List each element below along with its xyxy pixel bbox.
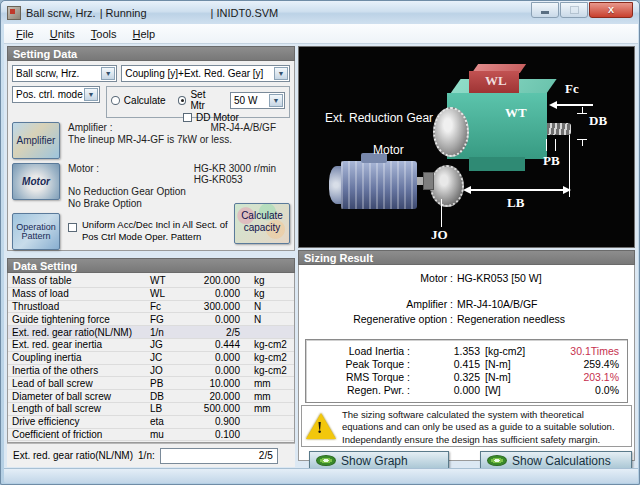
motor-note-gear: No Reduction Gear Option — [68, 186, 290, 197]
motor-selection-groupbox: Calculate Set Mtr 50 W ▼ DD Motor — [106, 86, 290, 118]
amplifier-note: The lineup MR-J4-GF is 7kW or less. — [68, 134, 290, 145]
operation-pattern-button[interactable]: Operation Pattern — [12, 213, 60, 250]
mechanism-select[interactable]: Ball scrw, Hrz. ▼ — [12, 65, 117, 82]
maximize-icon — [570, 6, 579, 14]
table-row[interactable]: Guide tightening forceFG0.000N — [8, 313, 294, 326]
set-mtr-radio-label: Set Mtr — [190, 89, 222, 111]
pb-label: PB — [543, 153, 560, 169]
mechanism-diagram: WL WT Ext. Reduction Gear Motor Fc DB PB — [298, 46, 635, 248]
app-icon — [7, 6, 21, 20]
dd-motor-label: DD Motor — [196, 112, 239, 123]
table-row[interactable]: Ext. red. gear ratio(NL/NM)1/n2/5 — [8, 326, 294, 339]
ext-gear-label: Ext. Reduction Gear — [325, 111, 433, 125]
table-row[interactable]: Mass of loadWL0.000kg — [8, 288, 294, 301]
result-motor-label: Motor : — [305, 272, 453, 284]
uniform-accdec-label: Uniform Acc/Dec Incl in All Sect. of Pos… — [82, 219, 236, 243]
amplifier-value: MR-J4-A/B/GF — [210, 122, 276, 133]
amplifier-button[interactable]: Amplifier — [12, 122, 60, 159]
warning-text: The sizing software calculated the syste… — [342, 409, 615, 443]
chevron-down-icon[interactable]: ▼ — [84, 88, 98, 101]
table-row[interactable]: Inertia of the othersJO0.000kg-cm2 — [8, 365, 294, 378]
menu-item-file[interactable]: File — [8, 26, 42, 42]
jo-label: JO — [431, 227, 448, 243]
metric-row: RMS Torque :0.325[N-m]203.1% — [314, 370, 619, 383]
control-mode-select[interactable]: Pos. ctrl. mode ▼ — [12, 86, 100, 103]
result-motor-value: HG-KR053 [50 W] — [457, 272, 542, 284]
warning-icon — [306, 413, 336, 440]
motor-button[interactable]: Motor — [12, 163, 60, 200]
calculate-capacity-button[interactable]: Calculate capacity — [234, 203, 290, 244]
maximize-button[interactable] — [560, 2, 588, 18]
metric-row: Load Inertia :1.353[kg-cm2]30.1Times — [314, 344, 619, 357]
minimize-icon — [541, 11, 549, 14]
menu-item-help[interactable]: Help — [125, 26, 164, 42]
metric-row: Peak Torque :0.415[N-m]259.4% — [314, 357, 619, 370]
motor-label-diagram: Motor — [373, 143, 404, 157]
result-regen-value: Regeneration needless — [457, 313, 565, 325]
chevron-down-icon[interactable]: ▼ — [101, 67, 115, 80]
app-window: Ball scrw, Hrz. | Running | INIDT0.SVM X… — [0, 0, 640, 485]
editor-symbol: 1/n: — [138, 450, 155, 461]
menu-item-tools[interactable]: Tools — [83, 26, 125, 42]
result-amplifier-value: MR-J4-10A/B/GF — [457, 298, 538, 310]
window-title: Ball scrw, Hrz. | Running | INIDT0.SVM — [26, 7, 278, 19]
wt-label: WT — [505, 105, 527, 121]
reduction-gear-graphic — [433, 107, 469, 157]
gear-ratio-editor-row: Ext. red. gear ratio(NL/NM) 1/n: — [7, 443, 295, 467]
menu-item-units[interactable]: Units — [42, 26, 83, 42]
gear-ratio-input[interactable] — [160, 448, 278, 464]
result-amplifier-label: Amplifier : — [305, 298, 453, 310]
minimize-button[interactable] — [531, 2, 559, 18]
title-bar[interactable]: Ball scrw, Hrz. | Running | INIDT0.SVM X — [1, 1, 639, 24]
table-row[interactable]: Diameter of ball screwDB20.000mm — [8, 390, 294, 403]
calculate-radio[interactable] — [111, 96, 120, 105]
title-status: | Running — [100, 7, 147, 19]
fc-label: Fc — [565, 81, 579, 97]
setting-data-header: Setting Data — [7, 46, 295, 61]
sizing-result-header: Sizing Result — [298, 250, 635, 265]
motor-value-line1: HG-KR 3000 r/min — [194, 163, 276, 174]
table-row[interactable]: Coefficient of frictionmu0.100 — [8, 429, 294, 442]
chevron-down-icon[interactable]: ▼ — [274, 67, 288, 80]
dd-motor-checkbox[interactable] — [183, 113, 192, 122]
coupling-graphic — [423, 172, 434, 190]
motor-label: Motor : — [68, 163, 99, 185]
table-row[interactable]: Ext. red. gear inertiaJG0.444kg-cm2 — [8, 339, 294, 352]
table-row[interactable]: Lead of ball screwPB10.000mm — [8, 377, 294, 390]
title-filename: | INIDT0.SVM — [211, 7, 279, 19]
wl-label: WL — [485, 73, 507, 89]
table-row[interactable]: Coupling inertiaJC0.000kg-cm2 — [8, 352, 294, 365]
amplifier-label: Amplifier : — [68, 122, 112, 133]
editor-label: Ext. red. gear ratio(NL/NM) — [13, 450, 133, 461]
table-row[interactable]: Length of ball screwLB500.000mm — [8, 403, 294, 416]
table-row[interactable]: Drive efficiencyeta0.900 — [8, 416, 294, 429]
motor-graphic — [341, 161, 417, 209]
data-setting-table: Mass of tableWT200.000kgMass of loadWL0.… — [7, 273, 295, 443]
coupling-select[interactable]: Coupling [y]+Ext. Red. Gear [y] ▼ — [121, 65, 290, 82]
title-app-name: Ball scrw, Hrz. — [26, 7, 96, 19]
table-row[interactable]: ThrustloadFc300.000N — [8, 301, 294, 314]
eye-icon — [316, 455, 336, 466]
calculate-radio-label: Calculate — [124, 95, 166, 106]
motor-value-line2: HG-KR053 — [194, 174, 276, 185]
close-button[interactable]: X — [589, 2, 633, 18]
lb-label: LB — [507, 195, 524, 211]
menu-bar: FileUnitsToolsHelp — [4, 24, 638, 44]
sizing-result-panel: Motor : HG-KR053 [50 W] Amplifier : MR-J… — [298, 265, 635, 461]
eye-icon — [487, 455, 507, 466]
table-row[interactable]: Mass of tableWT200.000kg — [8, 275, 294, 288]
pinion-gear-graphic — [430, 165, 464, 207]
capacity-select[interactable]: 50 W ▼ — [230, 92, 285, 109]
uniform-accdec-checkbox[interactable] — [68, 223, 77, 232]
status-strip — [4, 468, 638, 483]
main-content: Setting Data Ball scrw, Hrz. ▼ Coupling … — [4, 44, 638, 468]
warning-box: The sizing software calculated the syste… — [301, 405, 632, 447]
setting-data-panel: Ball scrw, Hrz. ▼ Coupling [y]+Ext. Red.… — [7, 61, 295, 251]
result-regen-label: Regenerative option : — [305, 313, 453, 325]
metrics-list: Load Inertia :1.353[kg-cm2]30.1TimesPeak… — [305, 339, 628, 403]
db-label: DB — [589, 113, 607, 129]
data-setting-header: Data Setting — [7, 258, 295, 273]
chevron-down-icon[interactable]: ▼ — [269, 94, 283, 107]
metric-row: Regen. Pwr. :0.000[W]0.0% — [314, 383, 619, 396]
set-mtr-radio[interactable] — [178, 96, 187, 105]
